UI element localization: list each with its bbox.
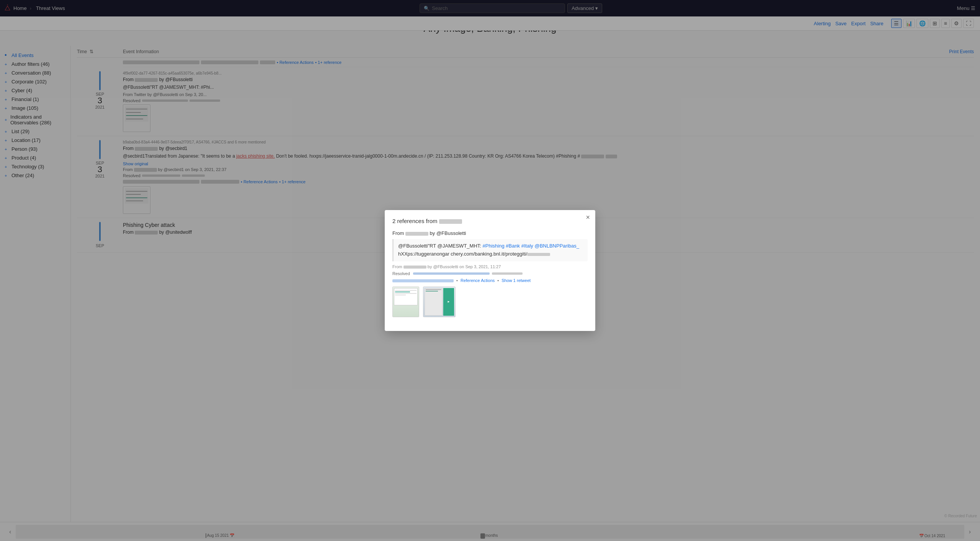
modal-images: ► xyxy=(392,287,588,317)
modal-dialog: × 2 references from From by @FBussoletti… xyxy=(385,210,595,331)
modal-links-1: • Reference Actions • Show 1 retweet xyxy=(392,278,588,283)
modal-section-1: From by @FBussoletti @FBussoletti"RT @JA… xyxy=(392,230,588,317)
modal-meta-1: From by @FBussoletti on Sep 3, 2021, 11:… xyxy=(392,264,588,269)
modal-image-2: ► xyxy=(423,287,456,317)
hashtag-italy: #Italy xyxy=(521,243,533,249)
modal-reference-actions[interactable]: Reference Actions xyxy=(461,278,495,283)
resolved-label-1: Resolved xyxy=(392,271,410,276)
modal-title: 2 references from xyxy=(392,218,588,224)
modal-close-button[interactable]: × xyxy=(586,214,590,221)
modal-resolved-1: Resolved xyxy=(392,271,588,276)
mention-bnl: @BNLBNPParibas_ xyxy=(534,243,579,249)
hashtag-bank: #Bank xyxy=(506,243,520,249)
modal-overlay[interactable]: × 2 references from From by @FBussoletti… xyxy=(0,0,980,541)
modal-show-retweet[interactable]: Show 1 retweet xyxy=(501,278,531,283)
hashtag-phishing: #Phishing xyxy=(483,243,505,249)
modal-from-1: From by @FBussoletti xyxy=(392,230,588,236)
modal-tweet-1: @FBussoletti"RT @JAMESWT_MHT: #Phishing … xyxy=(392,239,588,261)
modal-image-1 xyxy=(392,287,419,317)
